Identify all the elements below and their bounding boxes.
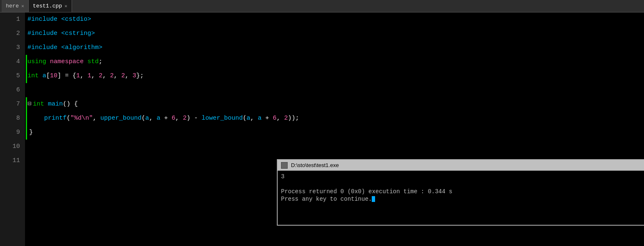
terminal-icon <box>281 162 288 169</box>
line-num-1: 1 <box>0 12 20 27</box>
code-line-10 <box>27 140 644 154</box>
line-numbers: 1 2 3 4 5 6 7 8 9 10 11 <box>0 12 25 246</box>
line-num-7: 7 <box>0 97 20 111</box>
code-line-1: #include <cstdio> <box>27 12 644 27</box>
line-num-4: 4 <box>0 55 20 69</box>
line-num-6: 6 <box>0 83 20 97</box>
output-terminal: D:\sto\test\test1.exe 3 Process returned… <box>277 159 644 226</box>
code-area[interactable]: #include <cstdio> #include <cstring> #in… <box>25 12 644 246</box>
terminal-titlebar: D:\sto\test\test1.exe <box>278 160 644 171</box>
tab-here-close[interactable]: ✕ <box>21 3 24 9</box>
terminal-press-key: Press any key to continue. <box>281 196 644 202</box>
code-line-4: using namespace std; <box>27 55 644 69</box>
tab-here-label: here <box>6 3 19 9</box>
tab-bar: here ✕ test1.cpp ✕ <box>0 0 644 12</box>
line-num-2: 2 <box>0 27 20 41</box>
editor: 1 2 3 4 5 6 7 8 9 10 11 #include <cstdio… <box>0 12 644 246</box>
line-num-8: 8 <box>0 111 20 125</box>
code-line-5: int a[10] = {1, 1, 2, 2, 2, 3}; <box>27 69 644 83</box>
code-line-2: #include <cstring> <box>27 27 644 41</box>
tab-test1cpp[interactable]: test1.cpp ✕ <box>29 0 72 12</box>
tab-test1cpp-close[interactable]: ✕ <box>65 3 67 9</box>
code-line-6 <box>27 83 644 97</box>
line-num-9: 9 <box>0 125 20 140</box>
line-num-3: 3 <box>0 41 20 55</box>
code-line-3: #include <algorithm> <box>27 41 644 55</box>
tab-test1cpp-label: test1.cpp <box>33 3 62 9</box>
tab-here[interactable]: here ✕ <box>2 0 29 12</box>
line-num-10: 10 <box>0 140 20 154</box>
terminal-process-line: Process returned 0 (0x0) execution time … <box>281 188 644 195</box>
terminal-body[interactable]: 3 Process returned 0 (0x0) execution tim… <box>278 171 644 225</box>
line-num-5: 5 <box>0 69 20 83</box>
terminal-empty-line <box>281 182 644 188</box>
terminal-cursor <box>372 196 375 202</box>
terminal-title: D:\sto\test\test1.exe <box>291 162 339 168</box>
code-line-7: ⊟int main() { <box>27 97 644 111</box>
terminal-output-number: 3 <box>281 173 644 180</box>
code-line-9: } <box>27 125 644 140</box>
line-num-11: 11 <box>0 154 20 168</box>
code-line-8: printf("%d\n", upper_bound(a, a + 6, 2) … <box>27 111 644 125</box>
